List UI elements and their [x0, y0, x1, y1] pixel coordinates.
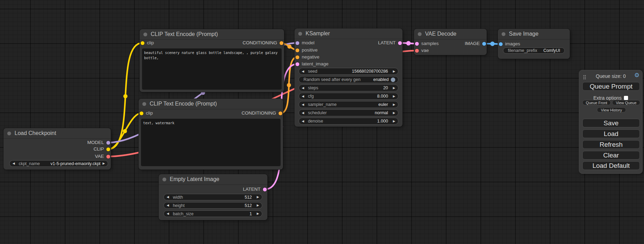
clear-button[interactable]: Clear	[582, 151, 640, 160]
view-history-button[interactable]: View History	[597, 107, 626, 112]
node-title-bar[interactable]: CLIP Text Encode (Prompt)	[139, 99, 283, 109]
prev-arrow-icon[interactable]: ◀	[302, 103, 304, 106]
collapse-dot-icon[interactable]	[298, 32, 302, 36]
load-button[interactable]: Load	[582, 129, 640, 138]
comfyui-canvas[interactable]: { "colors": { "model": "#B39DDB", "clip"…	[0, 0, 644, 244]
node-save-image[interactable]: Save Image images filename_prefix ComfyU…	[498, 29, 570, 59]
random-seed-toggle-widget[interactable]: Random seed after every gen enabled	[299, 76, 398, 83]
refresh-button[interactable]: Refresh	[582, 140, 640, 149]
input-slot-latent-image[interactable]: latent_image	[295, 61, 328, 67]
node-vae-decode[interactable]: VAE Decode samples vae IMAGE	[414, 29, 487, 55]
collapse-dot-icon[interactable]	[143, 33, 147, 36]
settings-gear-icon[interactable]: ⚙	[634, 72, 639, 78]
clip-output-dot[interactable]	[106, 147, 110, 151]
negative-prompt-textarea[interactable]: text, watermark	[141, 119, 281, 166]
output-slot-conditioning[interactable]: CONDITIONING	[242, 40, 283, 46]
vae-input-dot[interactable]	[415, 49, 419, 53]
node-title-bar[interactable]: Empty Latent Image	[159, 174, 267, 185]
decrement-arrow-icon[interactable]: ◀	[302, 95, 304, 98]
batch-size-widget[interactable]: ◀ batch_size 1 ▶	[164, 210, 262, 217]
increment-arrow-icon[interactable]: ▶	[393, 120, 395, 123]
image-output-dot[interactable]	[482, 42, 486, 46]
latent-output-dot[interactable]	[263, 188, 267, 191]
node-empty-latent-image[interactable]: Empty Latent Image LATENT ◀ width 512 ▶ …	[159, 174, 267, 220]
node-title-bar[interactable]: VAE Decode	[414, 29, 487, 39]
queue-prompt-button[interactable]: Queue Prompt	[582, 82, 640, 91]
decrement-arrow-icon[interactable]: ◀	[302, 70, 304, 73]
model-input-dot[interactable]	[295, 41, 299, 45]
input-slot-model[interactable]: model	[295, 40, 315, 46]
vae-output-dot[interactable]	[106, 155, 110, 159]
decrement-arrow-icon[interactable]: ◀	[302, 120, 304, 123]
node-title-bar[interactable]: KSampler	[294, 28, 403, 39]
clip-input-dot[interactable]	[140, 111, 143, 115]
width-widget[interactable]: ◀ width 512 ▶	[164, 194, 262, 200]
cfg-widget[interactable]: ◀ cfg 8.000 ▶	[299, 93, 398, 100]
node-ksampler[interactable]: KSampler model positive negative latent_…	[294, 28, 403, 127]
collapse-dot-icon[interactable]	[142, 102, 146, 106]
steps-widget[interactable]: ◀ steps 20 ▶	[299, 84, 398, 91]
node-title-bar[interactable]: Load Checkpoint	[3, 128, 111, 139]
collapse-dot-icon[interactable]	[7, 132, 11, 135]
extra-options-checkbox[interactable]	[624, 96, 628, 100]
output-slot-model[interactable]: MODEL	[87, 139, 110, 146]
next-arrow-icon[interactable]: ▶	[103, 162, 105, 165]
increment-arrow-icon[interactable]: ▶	[393, 70, 395, 73]
output-slot-latent[interactable]: LATENT	[378, 40, 402, 46]
prev-arrow-icon[interactable]: ◀	[302, 111, 304, 115]
input-slot-vae[interactable]: vae	[415, 47, 429, 54]
output-slot-clip[interactable]: CLIP	[94, 146, 110, 152]
collapse-dot-icon[interactable]	[502, 32, 505, 36]
load-default-button[interactable]: Load Default	[582, 161, 640, 170]
input-slot-negative[interactable]: negative	[295, 54, 319, 60]
model-output-dot[interactable]	[106, 141, 110, 145]
next-arrow-icon[interactable]: ▶	[393, 103, 395, 106]
toggle-on-icon[interactable]	[391, 78, 395, 82]
node-load-checkpoint[interactable]: Load Checkpoint MODEL CLIP VAE ◀ ckpt_na…	[3, 128, 111, 170]
height-widget[interactable]: ◀ height 512 ▶	[164, 202, 262, 209]
decrement-arrow-icon[interactable]: ◀	[167, 204, 169, 207]
node-title-bar[interactable]: Save Image	[498, 29, 570, 39]
sampler-name-widget[interactable]: ◀ sampler_name euler ▶	[299, 101, 398, 108]
images-input-dot[interactable]	[499, 42, 503, 46]
seed-widget[interactable]: ◀ seed 156680208700286 ▶	[299, 68, 398, 75]
output-slot-image[interactable]: IMAGE	[465, 40, 486, 47]
input-slot-images[interactable]: images	[499, 41, 520, 47]
decrement-arrow-icon[interactable]: ◀	[167, 212, 169, 215]
positive-input-dot[interactable]	[295, 48, 299, 52]
ckpt-name-widget[interactable]: ◀ ckpt_name v1-5-pruned-emaonly.ckpt ▶	[9, 160, 108, 167]
prev-arrow-icon[interactable]: ◀	[12, 162, 15, 165]
input-slot-clip[interactable]: clip	[140, 110, 153, 116]
node-clip-text-encode-negative[interactable]: CLIP Text Encode (Prompt) clip CONDITION…	[139, 99, 283, 170]
scheduler-widget[interactable]: ◀ scheduler normal ▶	[299, 109, 398, 116]
input-slot-positive[interactable]: positive	[295, 47, 318, 53]
latent-input-dot[interactable]	[295, 62, 299, 66]
latent-output-dot[interactable]	[398, 41, 402, 45]
increment-arrow-icon[interactable]: ▶	[257, 212, 259, 215]
filename-prefix-widget[interactable]: filename_prefix ComfyUI	[503, 47, 565, 54]
save-button[interactable]: Save	[582, 119, 640, 127]
decrement-arrow-icon[interactable]: ◀	[302, 87, 304, 90]
node-clip-text-encode-positive[interactable]: CLIP Text Encode (Prompt) clip CONDITION…	[140, 29, 284, 92]
samples-input-dot[interactable]	[415, 42, 419, 46]
increment-arrow-icon[interactable]: ▶	[393, 95, 395, 98]
collapse-dot-icon[interactable]	[418, 32, 422, 36]
input-slot-clip[interactable]: clip	[141, 40, 154, 46]
view-queue-button[interactable]: View Queue	[612, 100, 640, 105]
decrement-arrow-icon[interactable]: ◀	[167, 196, 169, 199]
input-slot-samples[interactable]: samples	[415, 40, 439, 47]
denoise-widget[interactable]: ◀ denoise 1.000 ▶	[299, 118, 398, 125]
next-arrow-icon[interactable]: ▶	[393, 111, 395, 115]
node-title-bar[interactable]: CLIP Text Encode (Prompt)	[140, 29, 284, 40]
output-slot-conditioning[interactable]: CONDITIONING	[241, 110, 282, 116]
collapse-dot-icon[interactable]	[162, 178, 166, 181]
negative-input-dot[interactable]	[295, 55, 299, 59]
queue-front-button[interactable]: Queue Front	[582, 100, 611, 105]
increment-arrow-icon[interactable]: ▶	[393, 87, 395, 90]
increment-arrow-icon[interactable]: ▶	[257, 196, 259, 199]
clip-input-dot[interactable]	[141, 41, 144, 45]
conditioning-output-dot[interactable]	[280, 41, 283, 45]
output-slot-latent[interactable]: LATENT	[243, 186, 267, 192]
output-slot-vae[interactable]: VAE	[95, 153, 110, 160]
increment-arrow-icon[interactable]: ▶	[257, 204, 259, 207]
